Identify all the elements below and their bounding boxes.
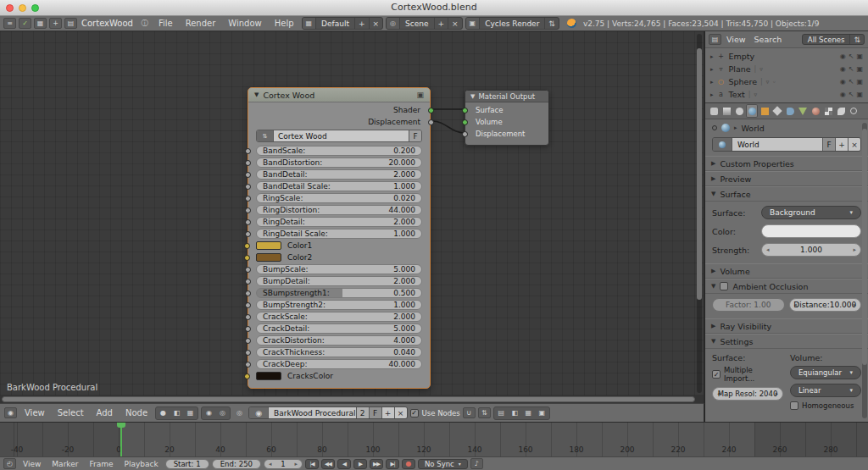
ao-distance-field[interactable]: ◂Distance:10.000▸ bbox=[789, 298, 862, 312]
delete-layout-button[interactable]: × bbox=[369, 18, 383, 29]
increment-icon[interactable]: ▸ bbox=[295, 461, 298, 467]
toolbar-icon[interactable]: ▤ bbox=[64, 18, 77, 29]
node-group-name-value[interactable]: Cortex Wood bbox=[274, 130, 409, 141]
input-socket[interactable] bbox=[245, 362, 251, 368]
param-row[interactable]: CrackDetail:5.000 bbox=[256, 323, 422, 334]
expand-icon[interactable]: ▸ bbox=[710, 91, 714, 98]
panel-ambient-occlusion[interactable]: ▼Ambient Occlusion bbox=[705, 279, 868, 294]
audio-mute-icon[interactable]: ♪ bbox=[470, 458, 483, 469]
param-row[interactable]: RingDetail:2.000 bbox=[256, 217, 422, 227]
input-socket[interactable] bbox=[245, 148, 251, 154]
current-frame-field[interactable]: ◂1▸ bbox=[264, 459, 303, 469]
input-socket[interactable] bbox=[245, 302, 251, 308]
expand-icon[interactable]: ▸ bbox=[710, 66, 714, 73]
node-canvas[interactable]: ▼ Cortex Wood ▣ Shader Displacement ⇅ Co… bbox=[0, 31, 704, 395]
use-nodes-toggle[interactable]: Use Nodes bbox=[410, 409, 460, 417]
color-input-row[interactable]: Color1 bbox=[256, 241, 422, 251]
fake-user-button[interactable]: F bbox=[409, 130, 421, 141]
tab-modifiers[interactable] bbox=[784, 104, 796, 118]
texture-nodes-icon[interactable]: ▦ bbox=[184, 408, 197, 418]
toolbar-icon[interactable]: + bbox=[49, 18, 62, 29]
input-socket[interactable] bbox=[245, 184, 251, 190]
editor-type-button[interactable]: ◴ bbox=[3, 458, 16, 469]
decrement-icon[interactable]: ◂ bbox=[766, 246, 770, 253]
collapse-node-icon[interactable]: ▼ bbox=[254, 91, 259, 98]
menu-search[interactable]: Search bbox=[751, 35, 786, 44]
input-socket[interactable] bbox=[245, 290, 251, 296]
input-socket[interactable] bbox=[245, 279, 251, 285]
renderability-icon[interactable]: ▣ bbox=[856, 65, 863, 73]
menu-window[interactable]: Window bbox=[223, 19, 266, 28]
param-row[interactable]: RingScale:0.020 bbox=[256, 193, 422, 203]
end-frame-field[interactable]: End:250 bbox=[212, 459, 261, 469]
panel-custom-properties[interactable]: ▶Custom Properties bbox=[705, 156, 868, 171]
node-tree-name[interactable]: BarkWood Procedural bbox=[268, 407, 355, 418]
new-world-button[interactable]: + bbox=[835, 138, 848, 151]
param-row[interactable]: RingDetail Scale:1.000 bbox=[256, 229, 422, 239]
strength-field[interactable]: ◂1.000▸ bbox=[761, 243, 861, 257]
screen-layout-selector[interactable]: ▦ Default + × bbox=[302, 17, 384, 30]
scene-selector[interactable]: ◎ Scene + × bbox=[386, 17, 463, 30]
collapse-node-icon[interactable]: ▼ bbox=[470, 93, 475, 100]
input-socket[interactable] bbox=[245, 231, 251, 237]
menu-view[interactable]: View bbox=[19, 460, 45, 468]
tab-object[interactable] bbox=[759, 104, 771, 118]
scrollbar-thumb[interactable] bbox=[2, 396, 695, 402]
outliner-scope-value[interactable]: All Scenes bbox=[803, 35, 850, 44]
jump-to-start-button[interactable]: |◀ bbox=[305, 459, 319, 469]
node-tree-icon[interactable]: ◉ bbox=[249, 407, 268, 418]
ambient-occlusion-checkbox[interactable] bbox=[720, 282, 728, 290]
param-row[interactable]: CrackThickness:0.040 bbox=[256, 347, 422, 357]
tab-scene[interactable] bbox=[733, 104, 745, 118]
edit-group-icon[interactable]: ▣ bbox=[416, 91, 424, 99]
surface-shader-dropdown[interactable]: Background▾ bbox=[761, 206, 861, 219]
node-editor-hscrollbar[interactable] bbox=[0, 395, 704, 403]
outliner-item-sphere[interactable]: ▸ ○ Sphere | ▿ ◦ ◉ ↖ ▣ bbox=[709, 75, 865, 88]
color-input-row[interactable]: CracksColor bbox=[256, 371, 422, 381]
panel-volume[interactable]: ▶Volume bbox=[705, 263, 868, 279]
cracks-color-swatch[interactable] bbox=[256, 372, 281, 380]
material-output-node[interactable]: ▼ Material Output Surface Volume Displac… bbox=[465, 90, 549, 146]
node-tree-selector[interactable]: ◉ BarkWood Procedural 2 F + × bbox=[248, 406, 407, 419]
tab-render[interactable] bbox=[708, 104, 720, 118]
param-row[interactable]: BandDetail Scale:1.000 bbox=[256, 181, 422, 191]
node-group-name-field[interactable]: ⇅ Cortex Wood F bbox=[256, 130, 422, 142]
world-name-field[interactable]: World bbox=[732, 138, 822, 151]
browse-world-icon[interactable] bbox=[713, 138, 732, 151]
tab-physics[interactable] bbox=[848, 104, 860, 118]
menu-add[interactable]: Add bbox=[92, 408, 118, 417]
world-datablock-selector[interactable]: World F + × bbox=[712, 137, 861, 152]
color-input-socket[interactable] bbox=[244, 373, 250, 379]
render-engine-selector[interactable]: ▣ Cycles Render ⇅ bbox=[465, 17, 559, 30]
panel-preview[interactable]: ▶Preview bbox=[705, 171, 868, 186]
jump-to-end-button[interactable]: ▶| bbox=[386, 459, 399, 469]
header-icon[interactable]: ▤ bbox=[495, 408, 508, 418]
renderability-icon[interactable]: ▣ bbox=[856, 91, 863, 98]
shader-output-socket[interactable] bbox=[428, 108, 434, 113]
play-reverse-button[interactable]: ◀ bbox=[337, 459, 351, 469]
tab-constraints[interactable] bbox=[771, 104, 783, 118]
fake-user-button[interactable]: F bbox=[369, 407, 381, 418]
unlink-world-button[interactable]: × bbox=[848, 138, 860, 151]
map-resolution-field[interactable]: ◂Map Resol: 2040▸ bbox=[712, 387, 783, 401]
displacement-output-socket[interactable] bbox=[428, 119, 434, 125]
macos-titlebar[interactable]: CortexWood.blend bbox=[0, 0, 868, 16]
color1-swatch[interactable] bbox=[256, 241, 281, 250]
minimize-window-button[interactable] bbox=[19, 4, 26, 12]
outliner-item-empty[interactable]: ▸ + Empty ◉ ↖ ▣ bbox=[709, 50, 865, 63]
param-row[interactable]: CrackScale:2.000 bbox=[256, 312, 422, 322]
editor-type-button[interactable]: ≡ bbox=[3, 18, 16, 29]
volume-input-socket[interactable] bbox=[462, 119, 468, 125]
param-row[interactable]: BandDetail:2.000 bbox=[256, 169, 422, 180]
increment-icon[interactable]: ▸ bbox=[775, 390, 778, 397]
color-input-socket[interactable] bbox=[244, 255, 250, 261]
tab-render-layers[interactable] bbox=[721, 104, 732, 118]
header-icon[interactable]: ▣ bbox=[536, 408, 548, 418]
displacement-input-socket[interactable] bbox=[462, 131, 468, 137]
screen-layout-value[interactable]: Default bbox=[315, 18, 354, 29]
header-icon[interactable]: ▦ bbox=[522, 408, 535, 418]
tab-material[interactable] bbox=[810, 104, 821, 118]
world-shader-icon[interactable]: ◎ bbox=[216, 408, 229, 418]
visibility-icon[interactable]: ◉ bbox=[840, 78, 846, 86]
next-keyframe-button[interactable]: ▶▶ bbox=[370, 459, 383, 469]
